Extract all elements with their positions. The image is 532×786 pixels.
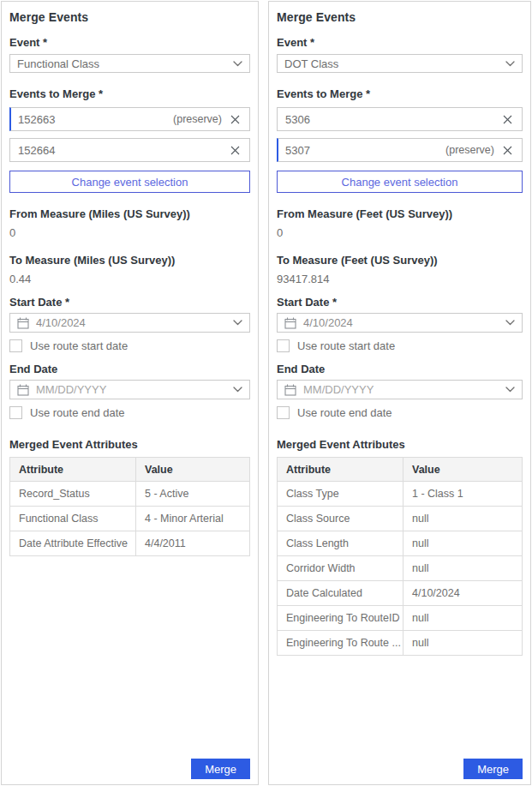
chevron-down-icon [505,320,515,326]
use-route-start-date-label: Use route start date [297,339,395,352]
value-cell: 4 - Minor Arterial [136,507,250,531]
remove-event-icon[interactable] [228,112,242,126]
attribute-cell: Class Source [278,507,403,531]
start-date-value: 4/10/2024 [303,316,505,329]
end-date-placeholder: MM/DD/YYYY [36,383,233,396]
attribute-cell: Class Type [278,482,403,507]
to-measure-value: 93417.814 [277,273,523,285]
change-event-selection-button[interactable]: Change event selection [9,171,250,193]
merge-button[interactable]: Merge [191,759,250,779]
use-route-start-date-checkbox[interactable] [9,339,22,352]
merged-attributes-table: Attribute Value Record_Status 5 - Active… [9,457,250,556]
merged-event-attributes-title: Merged Event Attributes [277,438,523,451]
use-route-end-date-option[interactable]: Use route end date [277,406,523,419]
attribute-cell: Engineering To Route ... [278,631,403,656]
remove-event-icon[interactable] [500,112,514,126]
column-header-attribute: Attribute [278,458,403,482]
attribute-cell: Corridor Width [278,556,403,581]
end-date-input[interactable]: MM/DD/YYYY [9,380,250,399]
calendar-icon [284,317,296,329]
merge-events-panel-left: Merge Events Event * Functional Class Ev… [1,1,259,785]
from-measure-label: From Measure (Feet (US Survey)) [277,207,523,220]
preserve-tag: (preserve) [173,113,222,125]
table-row: Class Length null [278,531,523,556]
merged-attributes-table: Attribute Value Class Type 1 - Class 1 C… [277,457,523,656]
calendar-icon [284,384,296,396]
merge-button[interactable]: Merge [463,759,523,779]
from-measure-value: 0 [277,226,523,239]
end-date-input[interactable]: MM/DD/YYYY [277,380,523,399]
column-header-value: Value [136,458,250,482]
event-id-value: 5306 [285,113,500,126]
events-to-merge-label: Events to Merge * [9,87,250,100]
end-date-label: End Date [277,363,523,375]
start-date-input[interactable]: 4/10/2024 [277,313,523,333]
chevron-down-icon [505,61,515,67]
use-route-start-date-checkbox[interactable] [277,339,290,352]
use-route-end-date-checkbox[interactable] [277,406,290,419]
from-measure-label: From Measure (Miles (US Survey)) [9,207,250,220]
table-header-row: Attribute Value [278,458,523,482]
table-row: Date Attribute Effective 4/4/2011 [10,531,250,556]
table-header-row: Attribute Value [10,458,250,482]
merged-event-attributes-title: Merged Event Attributes [9,438,250,451]
table-row: Corridor Width null [278,556,523,581]
use-route-start-date-option[interactable]: Use route start date [9,339,250,352]
value-cell: null [403,631,523,656]
calendar-icon [17,384,29,396]
event-to-merge-row: 5306 [277,107,523,131]
event-id-value: 5307 [285,144,445,157]
attribute-cell: Class Length [278,531,403,556]
use-route-start-date-option[interactable]: Use route start date [277,339,523,352]
end-date-placeholder: MM/DD/YYYY [303,383,505,396]
to-measure-value: 0.44 [9,273,250,285]
chevron-down-icon [233,387,242,393]
event-select[interactable]: DOT Class [277,54,523,73]
column-header-value: Value [403,458,523,482]
page-title: Merge Events [277,10,523,24]
events-to-merge-label: Events to Merge * [277,87,523,100]
event-to-merge-row: 152664 [9,138,250,162]
page-title: Merge Events [9,10,250,24]
end-date-label: End Date [9,363,250,375]
merge-events-panel-right: Merge Events Event * DOT Class Events to… [268,1,531,785]
event-label: Event * [9,36,250,49]
attribute-cell: Record_Status [10,482,136,507]
event-select[interactable]: Functional Class [9,54,250,73]
table-row: Record_Status 5 - Active [10,482,250,507]
use-route-end-date-label: Use route end date [30,406,125,419]
use-route-start-date-label: Use route start date [30,339,128,352]
attribute-cell: Engineering To RouteID [278,606,403,631]
event-to-merge-row: 5307 (preserve) [277,138,523,162]
chevron-down-icon [505,387,515,393]
use-route-end-date-label: Use route end date [297,406,392,419]
event-select-value: Functional Class [17,57,233,70]
start-date-label: Start Date * [277,296,523,309]
to-measure-label: To Measure (Feet (US Survey)) [277,254,523,267]
remove-event-icon[interactable] [500,143,514,157]
start-date-label: Start Date * [9,296,250,309]
to-measure-label: To Measure (Miles (US Survey)) [9,254,250,267]
remove-event-icon[interactable] [228,143,242,157]
use-route-end-date-checkbox[interactable] [9,406,22,419]
preserve-tag: (preserve) [445,144,494,156]
value-cell: 5 - Active [136,482,250,507]
change-event-selection-button[interactable]: Change event selection [277,171,523,193]
merge-events-workspace: Merge Events Event * Functional Class Ev… [0,0,532,786]
attribute-cell: Functional Class [10,507,136,531]
chevron-down-icon [233,320,242,326]
event-id-value: 152663 [18,113,173,126]
value-cell: null [403,507,523,531]
start-date-input[interactable]: 4/10/2024 [9,313,250,333]
from-measure-value: 0 [9,226,250,239]
event-id-value: 152664 [18,144,228,157]
table-row: Class Type 1 - Class 1 [278,482,523,507]
value-cell: null [403,606,523,631]
value-cell: null [403,531,523,556]
value-cell: 4/10/2024 [403,581,523,606]
value-cell: 4/4/2011 [136,531,250,556]
use-route-end-date-option[interactable]: Use route end date [9,406,250,419]
column-header-attribute: Attribute [10,458,136,482]
calendar-icon [17,317,29,329]
attribute-cell: Date Attribute Effective [10,531,136,556]
